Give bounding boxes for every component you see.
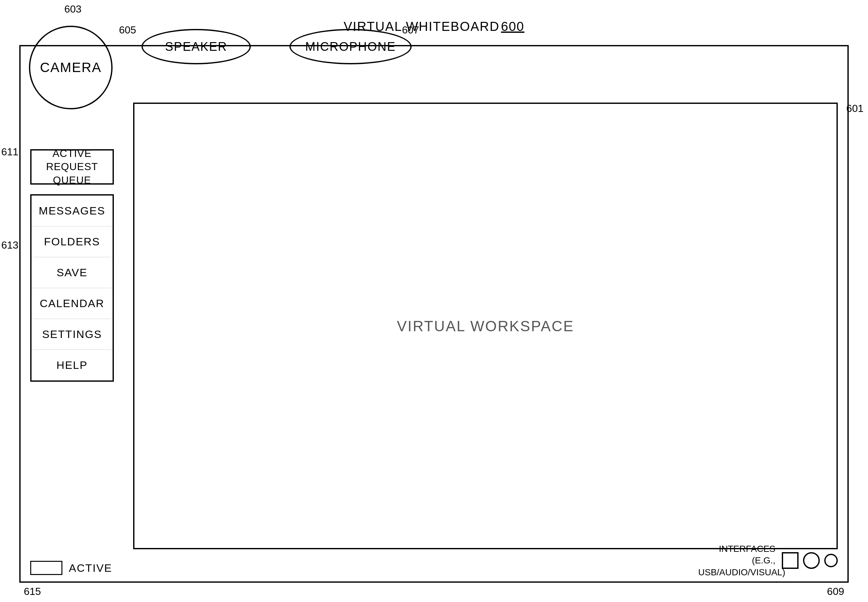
interface-circle-large-icon [803, 552, 820, 569]
menu-box: MESSAGES FOLDERS SAVE CALENDAR SETTINGS … [30, 194, 114, 382]
menu-item-messages[interactable]: MESSAGES [32, 195, 112, 226]
active-indicator-rect [30, 561, 62, 575]
menu-item-save[interactable]: SAVE [32, 257, 112, 288]
ref-603: 603 [65, 3, 81, 15]
ref-615: 615 [24, 586, 41, 597]
menu-item-help[interactable]: HELP [32, 350, 112, 381]
workspace-box: VIRTUAL WORKSPACE [133, 103, 838, 549]
interface-square-icon [782, 552, 799, 569]
workspace-label: VIRTUAL WORKSPACE [397, 317, 574, 335]
ref-613: 613 [1, 239, 18, 251]
title-number: 600 [501, 19, 524, 34]
ref-601: 601 [846, 103, 863, 115]
diagram-container: VIRTUAL WHITEBOARD 600 603 CAMERA SPEAKE… [19, 19, 849, 583]
interface-icons [782, 552, 838, 569]
interface-circle-small-icon [824, 554, 838, 567]
menu-item-calendar[interactable]: CALENDAR [32, 288, 112, 319]
request-queue-label: ACTIVE REQUEST QUEUE [35, 147, 109, 187]
active-text: ACTIVE [69, 562, 112, 574]
interfaces-area: INTERFACES (E.G., USB/AUDIO/VISUAL) [698, 543, 838, 578]
ref-611: 611 [1, 146, 18, 158]
ref-607: 607 [402, 24, 419, 36]
request-queue-box: ACTIVE REQUEST QUEUE [30, 149, 114, 184]
menu-item-folders[interactable]: FOLDERS [32, 226, 112, 257]
title-area: VIRTUAL WHITEBOARD 600 [19, 19, 849, 34]
ref-609: 609 [827, 586, 844, 597]
menu-item-settings[interactable]: SETTINGS [32, 319, 112, 350]
ref-605: 605 [119, 24, 136, 36]
outer-frame: 601 ACTIVE REQUEST QUEUE 611 MESSAGES FO… [19, 45, 849, 583]
interfaces-label: INTERFACES (E.G., USB/AUDIO/VISUAL) [698, 543, 775, 578]
